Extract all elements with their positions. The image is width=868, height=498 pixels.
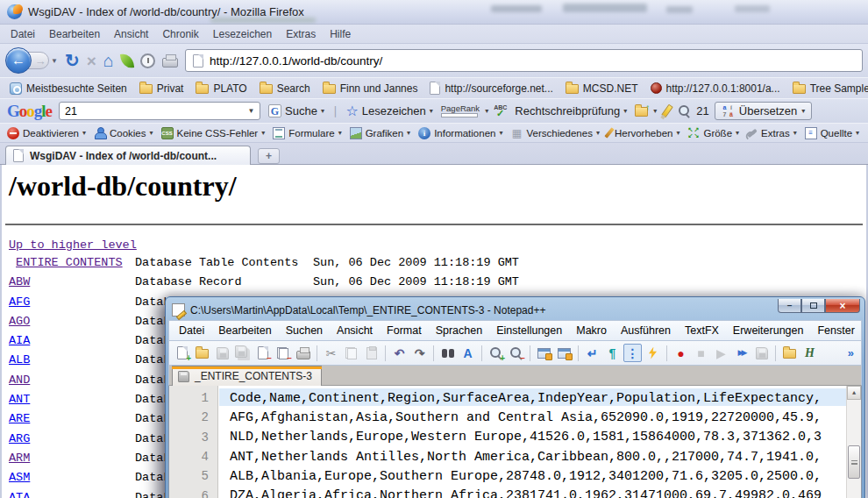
save-icon[interactable] xyxy=(213,344,231,362)
chevron-down-icon[interactable]: ▾ xyxy=(407,129,410,137)
feed-leaf-icon[interactable] xyxy=(120,53,134,69)
undo-icon[interactable]: ↶ xyxy=(390,344,409,362)
line-text[interactable]: Code,Name,Continent,Region,SurfaceArea,I… xyxy=(218,391,822,406)
editor-lines[interactable]: 1Code,Name,Continent,Region,SurfaceArea,… xyxy=(169,388,846,498)
macro-record-icon[interactable]: ● xyxy=(672,344,690,362)
entry-link[interactable]: ATA xyxy=(9,491,30,498)
chevron-down-icon[interactable]: ▾ xyxy=(485,107,488,115)
devbar-item[interactable]: ▦Verschiedenes▾ xyxy=(508,126,601,140)
maximize-button[interactable] xyxy=(801,299,825,313)
devbar-item[interactable]: Cookies▾ xyxy=(91,126,156,140)
menu-item-chronik[interactable]: Chronik xyxy=(155,25,205,43)
chevron-down-icon[interactable]: ▾ xyxy=(596,129,600,137)
indent-guide-icon[interactable]: ⋮ xyxy=(623,344,642,362)
entry-link[interactable]: AIA xyxy=(9,334,30,347)
show-symbols-icon[interactable]: ¶ xyxy=(603,344,622,362)
menu-item-lesezeichen[interactable]: Lesezeichen xyxy=(206,25,279,43)
menu-item-extras[interactable]: Extras xyxy=(279,25,323,43)
devbar-item[interactable]: ↖↗↙↘Größe▾ xyxy=(685,126,742,140)
print-icon[interactable] xyxy=(162,58,178,68)
chevron-down-icon[interactable]: ▾ xyxy=(430,107,433,115)
bookmark-item[interactable]: Finn und Jannes xyxy=(318,81,423,96)
save-all-icon[interactable] xyxy=(233,344,252,362)
scrollbar-thumb[interactable] xyxy=(848,445,860,479)
sync-vertical-icon[interactable] xyxy=(535,344,553,362)
url-text[interactable]: http://127.0.0.1/world-db/country/ xyxy=(210,54,382,68)
menu-item-bearbeiten[interactable]: Bearbeiten xyxy=(42,25,107,43)
bookmark-item[interactable]: http://127.0.0.1:8001/a... xyxy=(646,81,785,96)
google-search-input[interactable]: 21 ▼ xyxy=(59,102,260,120)
function-list-icon[interactable] xyxy=(644,344,662,362)
npp-menu-item-format[interactable]: Format xyxy=(380,322,429,339)
history-dropdown-icon[interactable]: ▼ xyxy=(51,57,58,65)
bookmark-item[interactable]: Meistbesuchte Seiten xyxy=(5,81,132,96)
notepadpp-titlebar[interactable]: C:\Users\Martin\AppData\Local\Temp\_ENTI… xyxy=(168,300,862,320)
line-text[interactable]: AFG,Afghanistan,Asia,Southern and Centra… xyxy=(218,410,822,425)
entry-link[interactable]: ARE xyxy=(9,412,30,425)
entry-link[interactable]: AGO xyxy=(9,315,30,328)
npp-menu-item-erweiterungen[interactable]: Erweiterungen xyxy=(726,322,811,339)
close-doc-icon[interactable]: − xyxy=(253,344,272,362)
bookmark-item[interactable]: MCSD.NET xyxy=(561,81,643,96)
close-button[interactable]: × xyxy=(825,299,860,313)
devbar-item[interactable]: Extras▾ xyxy=(744,127,800,139)
bookmark-item[interactable]: PLATO xyxy=(191,81,251,96)
npp-menu-item-sprachen[interactable]: Sprachen xyxy=(429,322,490,339)
notepadpp-window[interactable]: C:\Users\Martin\AppData\Local\Temp\_ENTI… xyxy=(165,296,865,498)
editor-line[interactable]: 6DZA,Algeria,Africa,Northern Africa,2381… xyxy=(169,486,846,498)
scroll-up-arrow-icon[interactable]: ▲ xyxy=(847,386,861,400)
send-to-icon[interactable] xyxy=(635,107,648,117)
vertical-scrollbar[interactable]: ▲ xyxy=(846,386,861,498)
line-text[interactable]: NLD,Netherlands,Europe,Western Europe,41… xyxy=(218,430,822,445)
google-search-value[interactable]: 21 xyxy=(65,105,77,117)
chevron-down-icon[interactable]: ▾ xyxy=(321,107,324,115)
editor-line[interactable]: 3NLD,Netherlands,Europe,Western Europe,4… xyxy=(169,428,846,447)
copy-icon[interactable] xyxy=(342,344,360,362)
menu-item-datei[interactable]: Datei xyxy=(4,25,42,43)
document-tab[interactable]: _ENTIRE_CONTENTS-3 xyxy=(172,366,322,386)
google-bookmarks-button[interactable]: ☆ Lesezeichen ▾ xyxy=(343,101,435,121)
chevron-down-icon[interactable]: ▾ xyxy=(676,129,679,137)
npp-menu-item-textfx[interactable]: TextFX xyxy=(678,322,726,339)
menu-item-hilfe[interactable]: Hilfe xyxy=(323,25,358,43)
chevron-down-icon[interactable]: ▾ xyxy=(499,129,502,137)
word-wrap-icon[interactable]: ↵ xyxy=(583,344,601,362)
firefox-titlebar[interactable]: WsgiDAV - Index of /world-db/country/ - … xyxy=(0,0,868,25)
devbar-item[interactable]: CSSKeine CSS-Fehler▾ xyxy=(159,126,268,140)
history-clock-icon[interactable] xyxy=(140,53,155,68)
replace-icon[interactable]: A xyxy=(459,344,477,362)
devbar-item[interactable]: ≡Quellte▾ xyxy=(802,126,862,140)
chevron-down-icon[interactable]: ▾ xyxy=(150,129,153,137)
macro-save-icon[interactable] xyxy=(752,344,771,362)
macro-run-multiple-icon[interactable]: ▶▶ xyxy=(732,344,751,362)
chevron-down-icon[interactable]: ▾ xyxy=(856,129,859,137)
entry-link[interactable]: ANT xyxy=(9,393,30,406)
highlighter-icon[interactable] xyxy=(662,104,674,118)
line-text[interactable]: ANT,Netherlands Antilles,North America,C… xyxy=(218,450,822,465)
bookmark-item[interactable]: Privat xyxy=(135,81,189,96)
devbar-item[interactable]: Hervorheben▾ xyxy=(605,126,683,139)
chevron-down-icon[interactable]: ▾ xyxy=(338,129,342,137)
up-to-higher-level-link[interactable]: Up to higher level xyxy=(9,238,137,252)
toolbar-overflow-chevron[interactable]: » xyxy=(848,346,854,359)
entry-link[interactable]: ARG xyxy=(9,432,30,445)
devbar-item[interactable]: iInformationen▾ xyxy=(416,126,505,140)
npp-menu-item-ansicht[interactable]: Ansicht xyxy=(330,322,380,339)
minimize-button[interactable]: – xyxy=(778,299,801,313)
entry-link[interactable]: ASM xyxy=(9,471,30,484)
word-find-icon[interactable] xyxy=(678,104,691,117)
chevron-down-icon[interactable]: ▾ xyxy=(623,107,627,115)
paste-icon[interactable] xyxy=(362,344,381,362)
editor-line[interactable]: 4ANT,Netherlands Antilles,North America,… xyxy=(169,447,846,466)
menu-item-ansicht[interactable]: Ansicht xyxy=(107,25,155,43)
editor-line[interactable]: 2AFG,Afghanistan,Asia,Southern and Centr… xyxy=(169,408,846,427)
editor-line[interactable]: 1Code,Name,Continent,Region,SurfaceArea,… xyxy=(169,388,846,408)
chevron-down-icon[interactable]: ▾ xyxy=(793,129,797,137)
devbar-item[interactable]: Grafiken▾ xyxy=(347,126,413,140)
open-file-icon[interactable] xyxy=(193,344,211,362)
npp-menu-item-ausfhren[interactable]: Ausführen xyxy=(614,322,678,339)
npp-menu-item-fenster[interactable]: Fenster xyxy=(810,322,861,339)
macro-play-icon[interactable]: ▶ xyxy=(712,344,730,362)
html-icon[interactable]: H xyxy=(800,344,819,362)
zoom-in-icon[interactable]: + xyxy=(487,344,505,362)
